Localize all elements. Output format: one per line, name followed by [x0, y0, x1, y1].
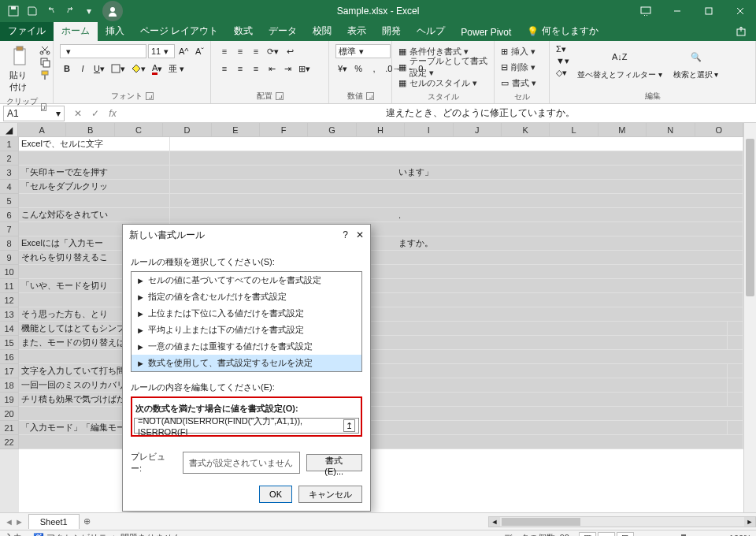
- ok-button[interactable]: OK: [259, 486, 292, 503]
- row-header[interactable]: 21: [0, 421, 19, 435]
- cell[interactable]: [170, 151, 743, 165]
- sheet-tab[interactable]: Sheet1: [28, 514, 80, 529]
- row-header[interactable]: 12: [0, 293, 19, 307]
- font-size-combo[interactable]: 11▾: [148, 44, 175, 58]
- formula-input[interactable]: 違えたとき、どのように修正していますか。: [121, 106, 756, 121]
- percent-button[interactable]: %: [351, 61, 365, 76]
- tab-powerpivot[interactable]: Power Pivot: [453, 24, 519, 41]
- row-header[interactable]: 19: [0, 393, 19, 407]
- row-header[interactable]: 2: [0, 151, 19, 166]
- zoom-in-icon[interactable]: +: [719, 534, 724, 537]
- col-header[interactable]: C: [115, 123, 163, 136]
- col-header[interactable]: H: [357, 123, 405, 136]
- close-button[interactable]: [724, 0, 756, 22]
- format-cells-button[interactable]: ▭書式 ▾: [501, 76, 536, 90]
- font-launcher[interactable]: [146, 92, 154, 100]
- tab-pagelayout[interactable]: ページ レイアウト: [132, 21, 226, 41]
- rule-type-item[interactable]: ► 一意の値または重複する値だけを書式設定: [132, 338, 361, 355]
- zoom-control[interactable]: − + 100%: [642, 534, 751, 537]
- align-top-icon[interactable]: ≡: [217, 44, 232, 58]
- decrease-font-icon[interactable]: Aˇ: [193, 44, 207, 58]
- row-header[interactable]: 16: [0, 350, 19, 364]
- number-format-combo[interactable]: 標準▾: [335, 44, 391, 58]
- tab-data[interactable]: データ: [261, 21, 305, 41]
- cancel-button[interactable]: キャンセル: [298, 486, 362, 503]
- col-header[interactable]: B: [66, 123, 114, 136]
- clipboard-launcher[interactable]: [41, 103, 46, 111]
- page-layout-view-icon[interactable]: ▭: [598, 532, 615, 537]
- cell[interactable]: [728, 378, 743, 392]
- row-header[interactable]: 9: [0, 251, 19, 265]
- col-header[interactable]: O: [695, 123, 743, 136]
- font-name-combo[interactable]: ▾: [60, 44, 146, 58]
- row-header[interactable]: 3: [0, 166, 19, 180]
- cell[interactable]: [19, 151, 170, 165]
- select-all-corner[interactable]: ◢: [0, 123, 18, 136]
- tab-file[interactable]: ファイル: [0, 21, 54, 41]
- row-header[interactable]: 4: [0, 180, 19, 194]
- cell[interactable]: 「セルをダブルクリッ: [19, 180, 170, 193]
- cell[interactable]: 「矢印キーで左を押す: [19, 166, 170, 179]
- cell[interactable]: [170, 180, 743, 193]
- tab-view[interactable]: 表示: [339, 21, 374, 41]
- horizontal-scrollbar[interactable]: ◄ ►: [488, 516, 756, 527]
- dialog-help-icon[interactable]: ?: [343, 229, 348, 240]
- cell[interactable]: こんな対応をされてい: [19, 208, 170, 221]
- cell[interactable]: [728, 322, 743, 335]
- clear-button[interactable]: ◇▾: [556, 68, 569, 78]
- enter-formula-icon[interactable]: ✓: [87, 106, 104, 121]
- fill-color-button[interactable]: ▾: [129, 61, 148, 76]
- row-header[interactable]: 1: [0, 137, 19, 151]
- align-middle-icon[interactable]: ≡: [233, 44, 247, 58]
- zoom-out-icon[interactable]: −: [642, 534, 647, 537]
- bold-button[interactable]: B: [60, 61, 74, 76]
- cell-styles-button[interactable]: ▦セルのスタイル ▾: [398, 76, 477, 90]
- row-header[interactable]: 17: [0, 364, 19, 378]
- cell[interactable]: [728, 421, 743, 434]
- tab-review[interactable]: 校閲: [305, 21, 339, 41]
- tab-home[interactable]: ホーム: [54, 21, 98, 41]
- decrease-indent-icon[interactable]: ⇤: [265, 61, 279, 76]
- tab-formulas[interactable]: 数式: [226, 21, 261, 41]
- hscroll-left[interactable]: ◄: [489, 517, 500, 527]
- orientation-icon[interactable]: ⟳▾: [265, 44, 281, 58]
- phonetic-button[interactable]: 亜 ▾: [166, 61, 187, 76]
- align-center-icon[interactable]: ≡: [233, 61, 247, 76]
- row-header[interactable]: 18: [0, 378, 19, 393]
- font-color-button[interactable]: A▾: [150, 61, 165, 76]
- row-header[interactable]: 22: [0, 435, 19, 449]
- rule-type-item[interactable]: ► 数式を使用して、書式設定するセルを決定: [132, 355, 361, 371]
- formula-input-field[interactable]: =NOT(AND(ISERROR(FIND("入力",A1,1)), ISERR…: [134, 418, 359, 434]
- name-box[interactable]: A1▾: [3, 106, 65, 121]
- delete-cells-button[interactable]: ⊟削除 ▾: [501, 60, 536, 74]
- hscroll-right[interactable]: ►: [744, 517, 755, 527]
- align-left-icon[interactable]: ≡: [217, 61, 232, 76]
- range-picker-icon[interactable]: ↥: [343, 419, 355, 432]
- col-header[interactable]: I: [405, 123, 453, 136]
- row-header[interactable]: 8: [0, 236, 19, 251]
- cell[interactable]: Excelで、セルに文字: [19, 137, 170, 151]
- accessibility-status[interactable]: ♿ アクセシビリティ: 問題ありません: [33, 532, 181, 536]
- normal-view-icon[interactable]: ▦: [579, 532, 596, 537]
- fx-icon[interactable]: fx: [104, 106, 121, 121]
- rule-type-listbox[interactable]: ► セルの値に基づいてすべてのセルを書式設定► 指定の値を含むセルだけを書式設定…: [131, 271, 362, 372]
- tab-insert[interactable]: 挿入: [98, 21, 132, 41]
- format-as-table-button[interactable]: ▦テーブルとして書式設定 ▾: [398, 60, 487, 74]
- col-header[interactable]: A: [18, 123, 66, 136]
- format-painter-icon[interactable]: [39, 69, 50, 80]
- italic-button[interactable]: I: [76, 61, 90, 76]
- vertical-scrollbar[interactable]: [743, 123, 756, 512]
- row-header[interactable]: 11: [0, 279, 19, 293]
- cell[interactable]: [728, 364, 743, 378]
- cell[interactable]: [170, 137, 743, 151]
- maximize-button[interactable]: [693, 0, 724, 22]
- col-header[interactable]: M: [598, 123, 647, 136]
- share-button[interactable]: [728, 22, 756, 41]
- qat-dropdown-icon[interactable]: ▾: [80, 2, 98, 20]
- row-header[interactable]: 10: [0, 265, 19, 279]
- add-sheet-button[interactable]: ⊕: [80, 516, 95, 527]
- row-header[interactable]: 5: [0, 194, 19, 208]
- cell[interactable]: [170, 194, 743, 207]
- ribbon-options-icon[interactable]: [630, 0, 662, 22]
- copy-icon[interactable]: [39, 57, 50, 68]
